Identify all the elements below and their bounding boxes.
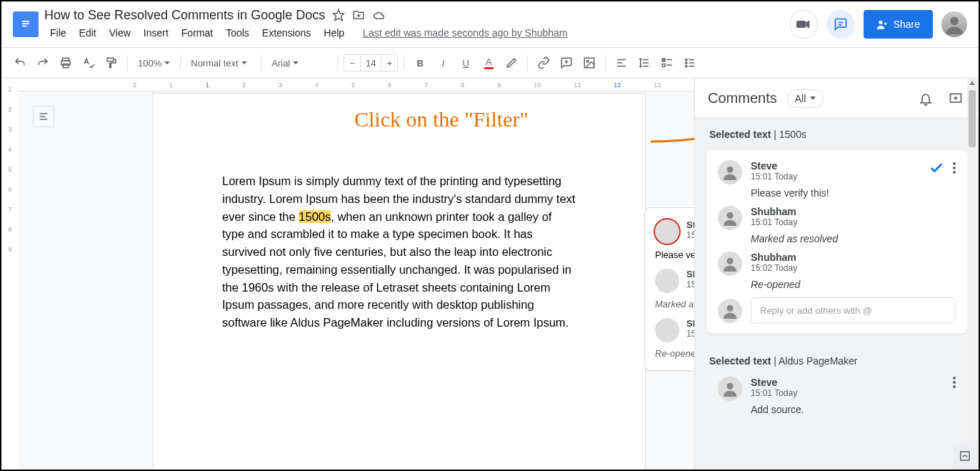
titlebar: How to See Resolved Comments in Google D… [1, 1, 979, 47]
font-dropdown[interactable]: Arial [267, 53, 331, 73]
svg-point-32 [686, 62, 687, 64]
scrollbar[interactable] [967, 79, 977, 470]
account-avatar[interactable] [941, 11, 967, 37]
comments-scroll[interactable]: Selected text | 1500s Steve15:01 Today P… [695, 119, 979, 470]
comments-title: Comments [708, 90, 777, 106]
annotation-arrow-icon [647, 99, 694, 149]
italic-icon[interactable]: I [433, 53, 453, 73]
comments-filter-dropdown[interactable]: All [787, 89, 824, 108]
docs-logo-icon[interactable] [13, 11, 39, 37]
zoom-dropdown[interactable]: 100% [134, 53, 174, 73]
svg-point-53 [953, 385, 956, 388]
resolve-icon[interactable] [929, 160, 944, 176]
undo-icon[interactable] [10, 53, 30, 73]
svg-rect-1 [22, 21, 29, 22]
fontsize-value[interactable]: 14 [360, 55, 381, 71]
avatar-icon [655, 219, 679, 244]
image-icon[interactable] [579, 53, 599, 73]
zoom-value: 100% [138, 58, 161, 69]
svg-point-48 [726, 258, 733, 264]
share-button[interactable]: Share [864, 10, 933, 39]
style-dropdown[interactable]: Normal text [186, 53, 255, 73]
scroll-thumb[interactable] [969, 90, 976, 147]
reply-input[interactable]: Reply or add others with @ [751, 297, 956, 324]
add-comment-icon[interactable] [556, 53, 576, 73]
comment-thread[interactable]: Steve15:01 Today Please verify this! Shu… [706, 150, 967, 334]
highlight-icon[interactable] [501, 53, 521, 73]
doc-title[interactable]: How to See Resolved Comments in Google D… [44, 8, 325, 23]
cloud-icon[interactable] [372, 9, 386, 21]
menu-extensions[interactable]: Extensions [256, 24, 316, 41]
line-spacing-icon[interactable] [634, 53, 654, 73]
svg-rect-2 [22, 23, 29, 24]
redo-icon[interactable] [33, 53, 53, 73]
menubar: File Edit View Insert Format Tools Exten… [44, 24, 784, 41]
chevron-down-icon [810, 96, 816, 100]
print-icon[interactable] [56, 53, 76, 73]
checklist-icon[interactable] [657, 53, 677, 73]
move-icon[interactable] [352, 9, 365, 21]
text-color-icon[interactable]: A [479, 53, 499, 73]
annotation-label: Click on the "Filter" [354, 107, 529, 132]
outline-icon[interactable] [33, 106, 54, 127]
person-icon [876, 19, 888, 30]
menu-insert[interactable]: Insert [138, 24, 174, 41]
avatar-icon [718, 299, 742, 323]
svg-point-51 [953, 377, 956, 380]
svg-point-20 [587, 60, 589, 62]
menu-tools[interactable]: Tools [220, 24, 255, 41]
svg-point-47 [726, 212, 733, 219]
open-comments-icon[interactable] [826, 10, 855, 39]
share-label: Share [894, 19, 920, 30]
caret-icon [164, 61, 170, 64]
svg-point-45 [953, 167, 956, 169]
avatar-icon [718, 206, 742, 230]
avatar-icon [718, 377, 742, 401]
star-icon[interactable] [332, 9, 345, 21]
svg-point-46 [953, 171, 956, 174]
vertical-ruler: 123456789 [1, 79, 19, 470]
meet-icon[interactable] [789, 10, 818, 39]
caret-icon [293, 61, 299, 64]
scroll-up-icon[interactable] [969, 81, 975, 85]
caret-icon [241, 61, 247, 64]
last-edit-link[interactable]: Last edit was made seconds ago by Shubha… [357, 24, 573, 41]
fontsize-plus[interactable]: + [381, 58, 397, 69]
avatar-icon [655, 318, 679, 342]
style-value: Normal text [191, 58, 238, 69]
highlighted-text: 1500s [299, 210, 331, 223]
comment-thread[interactable]: Steve15:01 Today Add source. [706, 377, 967, 430]
fontsize-minus[interactable]: − [344, 58, 360, 69]
menu-format[interactable]: Format [176, 24, 219, 41]
menu-help[interactable]: Help [318, 24, 350, 41]
toolbar: 100% Normal text Arial − 14 + B I U A [1, 47, 979, 79]
underline-icon[interactable]: U [456, 53, 476, 73]
svg-rect-29 [663, 64, 666, 67]
new-comment-icon[interactable] [946, 89, 966, 109]
menu-view[interactable]: View [104, 24, 136, 41]
bold-icon[interactable]: B [410, 53, 430, 73]
inline-comment-card[interactable]: Ste15:0 Please veri Shu15:0 Marked as Sh… [644, 207, 694, 371]
more-icon[interactable] [953, 162, 956, 174]
link-icon[interactable] [534, 53, 554, 73]
notifications-icon[interactable] [916, 89, 936, 109]
font-value: Arial [271, 58, 290, 69]
filter-value: All [795, 93, 806, 104]
menu-file[interactable]: File [44, 24, 72, 41]
paint-format-icon[interactable] [101, 53, 121, 73]
svg-marker-6 [806, 20, 809, 29]
more-icon[interactable] [953, 377, 956, 388]
comments-panel: Comments All Selected text | 1500s Steve… [694, 79, 979, 470]
svg-point-43 [726, 167, 733, 173]
svg-rect-3 [22, 26, 27, 27]
menu-edit[interactable]: Edit [74, 24, 102, 41]
fontsize-stepper[interactable]: − 14 + [344, 54, 398, 71]
bulleted-list-icon[interactable] [680, 53, 700, 73]
align-icon[interactable] [611, 53, 631, 73]
svg-rect-5 [796, 21, 806, 28]
document-page[interactable]: Lorem Ipsum is simply dummy text of the … [153, 93, 646, 470]
horizontal-ruler: 211234567891011121314 [19, 79, 694, 91]
body-text-2: , when an unknown printer took a galley … [222, 210, 571, 329]
explore-icon[interactable] [953, 444, 977, 468]
spellcheck-icon[interactable] [79, 53, 99, 73]
